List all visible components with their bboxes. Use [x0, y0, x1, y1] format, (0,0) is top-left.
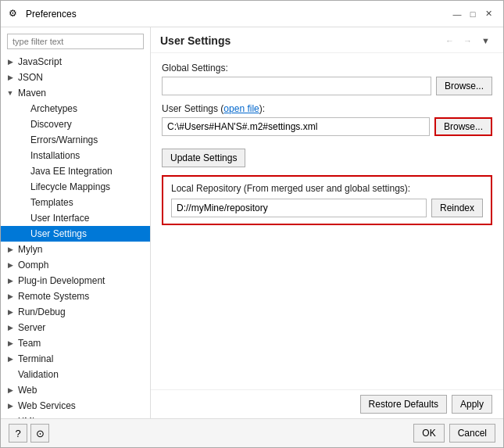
- sidebar-item-user-settings[interactable]: User Settings: [1, 226, 150, 242]
- sidebar: JavaScriptJSONMavenArchetypesDiscoveryEr…: [1, 27, 151, 418]
- tree-container: JavaScriptJSONMavenArchetypesDiscoveryEr…: [1, 54, 150, 418]
- tree-arrow-installations: [16, 149, 29, 162]
- tree-arrow-templates: [16, 196, 29, 209]
- title-bar-left: ⚙ Preferences: [9, 8, 77, 20]
- preferences-dialog: ⚙ Preferences — □ ✕ JavaScriptJSONMavenA…: [0, 0, 504, 448]
- update-settings-row: Update Settings: [162, 144, 492, 167]
- title-bar: ⚙ Preferences — □ ✕: [1, 1, 503, 27]
- page-title: User Settings: [160, 34, 231, 47]
- apply-button[interactable]: Apply: [452, 395, 492, 414]
- user-settings-label-end: ):: [259, 103, 265, 114]
- nav-controls: ← → ▼: [441, 34, 494, 48]
- preferences-icon: ⚙: [9, 8, 21, 20]
- local-repo-section: Local Repository (From merged user and g…: [162, 175, 492, 225]
- title-bar-title: Preferences: [26, 9, 77, 20]
- sidebar-item-label-installations: Installations: [29, 150, 80, 161]
- sidebar-item-validation[interactable]: Validation: [1, 367, 150, 382]
- minimize-button[interactable]: —: [450, 7, 464, 21]
- sidebar-item-javascript[interactable]: JavaScript: [1, 54, 150, 70]
- nav-forward-button[interactable]: →: [459, 34, 476, 48]
- tree-arrow-web-services: [4, 400, 16, 412]
- tree-arrow-javascript: [4, 56, 16, 68]
- sidebar-item-label-discovery: Discovery: [29, 119, 72, 130]
- user-settings-label-text: User Settings (: [162, 103, 223, 114]
- defaults-button[interactable]: ⊙: [30, 424, 49, 443]
- local-repo-input[interactable]: [171, 199, 427, 217]
- sidebar-item-user-interface[interactable]: User Interface: [1, 210, 150, 226]
- sidebar-item-java-ee-integration[interactable]: Java EE Integration: [1, 163, 150, 179]
- user-settings-row: User Settings (open file): Browse...: [162, 103, 492, 136]
- tree-arrow-terminal: [4, 353, 16, 365]
- sidebar-item-installations[interactable]: Installations: [1, 148, 150, 163]
- sidebar-item-oomph[interactable]: Oomph: [1, 257, 150, 273]
- sidebar-item-label-web: Web: [16, 385, 37, 396]
- main-panel: User Settings ← → ▼ Global Settings: Bro…: [151, 27, 503, 418]
- update-settings-button[interactable]: Update Settings: [162, 149, 245, 167]
- global-settings-input[interactable]: [162, 77, 431, 95]
- sidebar-item-label-templates: Templates: [29, 197, 73, 208]
- global-settings-row: Global Settings: Browse...: [162, 63, 492, 95]
- tree-arrow-maven: [4, 87, 16, 99]
- local-repo-label: Local Repository (From merged user and g…: [171, 183, 483, 194]
- sidebar-item-label-java-ee-integration: Java EE Integration: [29, 166, 113, 177]
- main-header: User Settings ← → ▼: [151, 27, 503, 53]
- sidebar-item-maven[interactable]: Maven: [1, 85, 150, 101]
- sidebar-item-run-debug[interactable]: Run/Debug: [1, 304, 150, 320]
- sidebar-item-errors-warnings[interactable]: Errors/Warnings: [1, 132, 150, 148]
- sidebar-item-server[interactable]: Server: [1, 320, 150, 335]
- filter-input[interactable]: [7, 34, 144, 49]
- tree-arrow-validation: [4, 368, 16, 381]
- footer-left: ? ⊙: [9, 424, 49, 443]
- sidebar-item-team[interactable]: Team: [1, 335, 150, 351]
- nav-back-button[interactable]: ←: [441, 34, 458, 48]
- restore-defaults-button[interactable]: Restore Defaults: [360, 395, 447, 414]
- help-button[interactable]: ?: [9, 424, 27, 443]
- sidebar-item-label-terminal: Terminal: [16, 353, 53, 364]
- cancel-button[interactable]: Cancel: [449, 424, 495, 443]
- sidebar-item-web-services[interactable]: Web Services: [1, 398, 150, 414]
- sidebar-item-json[interactable]: JSON: [1, 70, 150, 85]
- sidebar-item-label-team: Team: [16, 338, 41, 349]
- sidebar-item-discovery[interactable]: Discovery: [1, 116, 150, 132]
- tree-arrow-discovery: [16, 118, 29, 131]
- sidebar-item-terminal[interactable]: Terminal: [1, 351, 150, 367]
- sidebar-item-remote-systems[interactable]: Remote Systems: [1, 289, 150, 304]
- sidebar-item-web[interactable]: Web: [1, 382, 150, 398]
- sidebar-item-label-validation: Validation: [16, 369, 59, 380]
- global-settings-label: Global Settings:: [162, 63, 492, 73]
- maximize-button[interactable]: □: [466, 7, 480, 21]
- tree-arrow-server: [4, 321, 16, 334]
- panel-bottom-buttons: Restore Defaults Apply: [151, 389, 503, 418]
- sidebar-item-templates[interactable]: Templates: [1, 195, 150, 210]
- close-button[interactable]: ✕: [481, 7, 495, 21]
- tree-arrow-remote-systems: [4, 290, 16, 303]
- nav-dropdown-button[interactable]: ▼: [477, 34, 494, 48]
- main-content: Global Settings: Browse... User Settings…: [151, 53, 503, 389]
- sidebar-item-label-javascript: JavaScript: [16, 56, 62, 67]
- sidebar-item-label-plugin-development: Plug-in Development: [16, 275, 105, 286]
- sidebar-item-label-mylyn: Mylyn: [16, 244, 42, 255]
- tree-arrow-errors-warnings: [16, 134, 29, 146]
- sidebar-with-scroll: JavaScriptJSONMavenArchetypesDiscoveryEr…: [1, 54, 150, 418]
- sidebar-item-plugin-development[interactable]: Plug-in Development: [1, 273, 150, 289]
- sidebar-item-label-oomph: Oomph: [16, 260, 48, 271]
- open-file-link[interactable]: open file: [223, 103, 259, 114]
- footer-right: OK Cancel: [413, 424, 495, 443]
- tree-arrow-plugin-development: [4, 274, 16, 287]
- sidebar-item-label-user-settings: User Settings: [29, 228, 87, 239]
- tree-arrow-java-ee-integration: [16, 165, 29, 177]
- reindex-button[interactable]: Reindex: [431, 199, 483, 217]
- global-settings-input-row: Browse...: [162, 77, 492, 95]
- global-settings-browse-button[interactable]: Browse...: [436, 77, 492, 95]
- local-repo-row: Reindex: [171, 199, 483, 217]
- ok-button[interactable]: OK: [413, 424, 444, 443]
- sidebar-item-label-user-interface: User Interface: [29, 213, 89, 224]
- sidebar-item-label-json: JSON: [16, 72, 43, 83]
- sidebar-item-lifecycle-mappings[interactable]: Lifecycle Mappings: [1, 179, 150, 195]
- user-settings-browse-button[interactable]: Browse...: [434, 117, 492, 136]
- sidebar-item-mylyn[interactable]: Mylyn: [1, 242, 150, 257]
- user-settings-input[interactable]: [162, 117, 430, 136]
- sidebar-item-archetypes[interactable]: Archetypes: [1, 101, 150, 116]
- dialog-footer: ? ⊙ OK Cancel: [1, 418, 503, 447]
- sidebar-item-label-errors-warnings: Errors/Warnings: [29, 134, 98, 145]
